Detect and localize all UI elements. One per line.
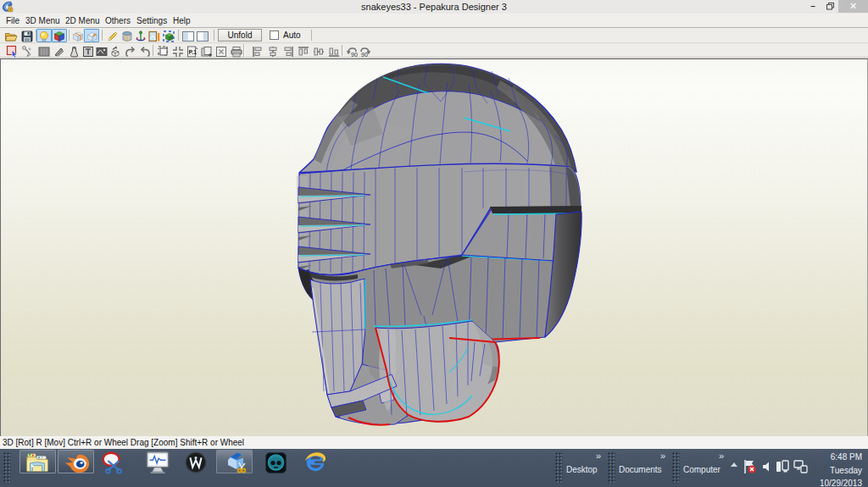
svg-text:90: 90 — [351, 52, 358, 58]
svg-text:90: 90 — [361, 52, 368, 58]
svg-text:P.1: P.1 — [189, 49, 198, 55]
